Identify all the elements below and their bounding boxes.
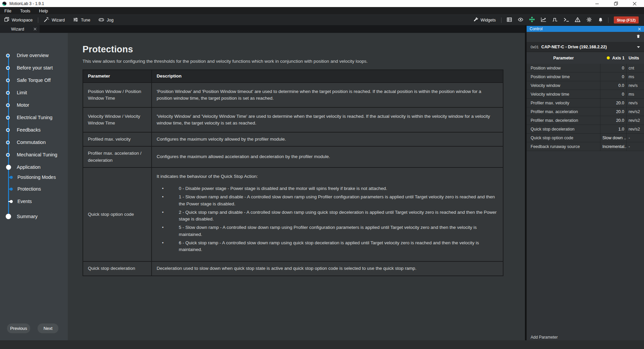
page-title: Protections [83, 44, 525, 55]
list-item: • 0 - Disable power stage - Power stage … [157, 185, 498, 192]
table-header-row: Parameter Description [83, 70, 503, 83]
menu-tools[interactable]: Tools [16, 7, 35, 14]
menu-help[interactable]: Help [35, 7, 52, 14]
parameter-row[interactable]: Velocity window 0.0 rev/s [527, 81, 644, 90]
toolbar: Workspace Wizard Tune Jog [0, 14, 644, 25]
parameter-row[interactable]: Profiler max. velocity 20.0 rev/s [527, 99, 644, 107]
wizard-button[interactable]: Wizard [40, 15, 69, 25]
table-widget-button[interactable] [504, 16, 514, 24]
workspace-icon [4, 17, 9, 23]
parameter-row[interactable]: Position window 0 cnt [527, 64, 644, 72]
step-indicator [10, 176, 13, 179]
control-panel: Control 0x01 CAP-NET-C - Drive (192.168.… [527, 26, 644, 340]
panel-empty-area [527, 151, 644, 334]
step-indicator [6, 116, 10, 119]
header-parameter: Parameter [527, 56, 600, 60]
chart-icon [541, 17, 546, 23]
waveform-button[interactable] [550, 16, 560, 24]
step-indicator [6, 165, 11, 170]
tab-wizard[interactable]: Wizard [0, 25, 40, 33]
gear-icon [586, 17, 592, 23]
notifications-button[interactable] [595, 16, 605, 24]
restore-button[interactable] [606, 0, 625, 7]
header-axis: Axis 1 [612, 56, 625, 60]
stop-button[interactable]: Stop (F12) [614, 16, 639, 23]
next-button[interactable]: Next [38, 323, 58, 333]
close-button[interactable] [625, 0, 644, 7]
previous-button[interactable]: Previous [7, 323, 30, 333]
step-indicator [6, 153, 10, 157]
widgets-button[interactable]: Widgets [471, 17, 498, 23]
window-title: MotionLab 3 - 1.9.1 [9, 1, 44, 6]
scope-button[interactable] [538, 16, 548, 24]
axis-status-dot [607, 56, 610, 59]
tab-close-icon[interactable] [34, 28, 37, 31]
step-indicator [10, 188, 13, 191]
move-icon [529, 16, 535, 23]
table-row: Profiled max. velocity Configures the ma… [83, 132, 503, 146]
wizard-sidebar: Drive overview Before your start Safe To… [0, 33, 68, 340]
eye-icon [518, 17, 524, 23]
title-bar: MotionLab 3 - 1.9.1 [0, 0, 644, 7]
table-row: Velocity Window / Velocity Window Time '… [83, 107, 503, 132]
settings-button[interactable] [584, 16, 594, 24]
terminal-icon [564, 17, 569, 23]
parameter-row[interactable]: Profiler max. deceleration 20.0 rev/s2 [527, 116, 644, 125]
menu-file[interactable]: File [0, 7, 16, 14]
tab-strip: Wizard [0, 25, 525, 33]
parameter-row[interactable]: Feedback runaway source Incremental... - [527, 142, 644, 151]
menu-bar: File Tools Help [0, 7, 644, 14]
parameter-row[interactable]: Quick stop deceleration 1.0 rev/s2 [527, 125, 644, 134]
minimize-button[interactable] [588, 0, 606, 7]
step-indicator [6, 66, 10, 70]
toolbar-divider [501, 17, 501, 23]
tune-button[interactable]: Tune [69, 15, 94, 25]
list-item: • 6 - Quick stop ramp - A controlled slo… [157, 240, 498, 253]
page-subtitle: This view allows for configuring the thr… [83, 59, 525, 64]
list-item: • 1 - Slow down ramp and disable - A con… [157, 194, 498, 207]
errors-button[interactable] [573, 16, 583, 24]
gamepad-icon [98, 17, 104, 23]
console-button[interactable] [561, 16, 571, 24]
device-name: CAP-NET-C - Drive (192.168.2.22) [541, 45, 607, 49]
wave-icon [552, 17, 558, 23]
table-icon [506, 17, 512, 23]
warning-icon [575, 17, 581, 23]
device-selector[interactable]: 0x01 CAP-NET-C - Drive (192.168.2.22) [527, 42, 644, 52]
chevron-down-icon [637, 46, 640, 48]
table-row: Position Window / Position Window Time '… [83, 83, 503, 107]
control-panel-header: Control [527, 26, 644, 32]
close-icon[interactable] [638, 28, 641, 31]
column-header-parameter: Parameter [83, 70, 152, 83]
control-panel-title: Control [530, 27, 543, 31]
step-indicator [6, 103, 10, 107]
trash-icon[interactable] [636, 34, 641, 40]
table-row: Profiler max. acceleration / deceleratio… [83, 146, 503, 167]
sliders-icon [73, 17, 78, 23]
wand-icon [44, 17, 49, 23]
parameter-row[interactable]: Quick stop option code Slow down ... - [527, 134, 644, 142]
table-row: Quick stop option code It indicates the … [83, 167, 503, 262]
step-indicator [6, 214, 11, 219]
parameter-row[interactable]: Velocity window time 0 ms [527, 90, 644, 99]
header-units: Units [627, 56, 644, 60]
main-content: Protections This view allows for configu… [68, 33, 525, 340]
watcher-button[interactable] [516, 16, 526, 24]
column-header-description: Description [152, 70, 503, 83]
add-parameter-button[interactable]: Add Parameter [527, 334, 644, 340]
protections-table: Parameter Description Position Window / … [83, 69, 503, 276]
step-indicator [6, 79, 10, 82]
toolbar-divider [608, 17, 608, 23]
device-address: 0x01 [531, 45, 539, 49]
list-item: • 2 - Quick stop ramp and disable - A co… [157, 209, 498, 223]
motion-button[interactable] [527, 16, 537, 24]
quick-stop-intro: It indicates the behaviour of the Quick … [157, 173, 498, 180]
parameter-row[interactable]: Position window time 0 ms [527, 72, 644, 81]
workspace-button[interactable]: Workspace [0, 15, 37, 25]
step-indicator [10, 200, 13, 203]
bottom-strip [0, 340, 644, 349]
jog-button[interactable]: Jog [94, 15, 117, 25]
bell-icon [598, 17, 603, 23]
tab-label: Wizard [11, 27, 24, 32]
parameter-row[interactable]: Profiler max. acceleration 20.0 rev/s2 [527, 107, 644, 116]
